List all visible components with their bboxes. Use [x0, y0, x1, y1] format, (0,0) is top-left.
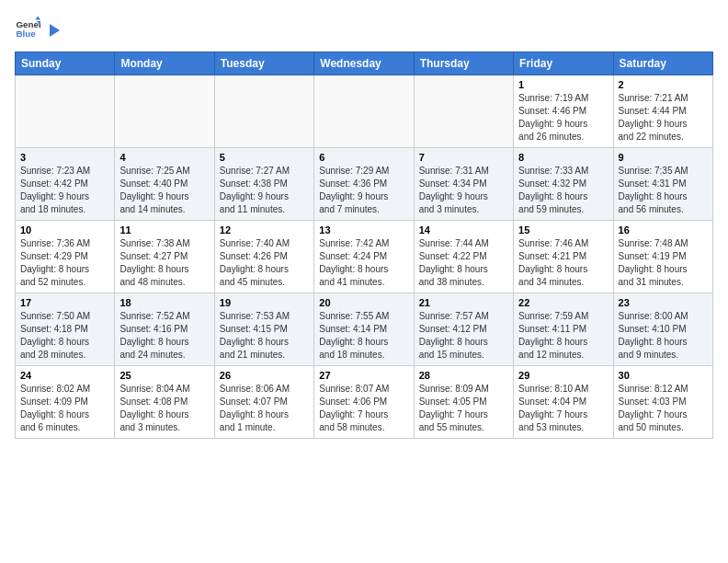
day-number: 4: [119, 152, 209, 163]
calendar-cell: 1Sunrise: 7:19 AM Sunset: 4:46 PM Daylig…: [514, 75, 613, 148]
day-info: Sunrise: 8:12 AM Sunset: 4:03 PM Dayligh…: [619, 383, 708, 434]
day-info: Sunrise: 7:40 AM Sunset: 4:26 PM Dayligh…: [220, 237, 309, 289]
day-info: Sunrise: 7:46 AM Sunset: 4:21 PM Dayligh…: [518, 237, 608, 289]
day-number: 3: [20, 152, 109, 163]
calendar-cell: 20Sunrise: 7:55 AM Sunset: 4:14 PM Dayli…: [314, 293, 414, 366]
day-info: Sunrise: 8:07 AM Sunset: 4:06 PM Dayligh…: [319, 383, 408, 434]
day-number: 20: [319, 297, 408, 308]
calendar-cell: 30Sunrise: 8:12 AM Sunset: 4:03 PM Dayli…: [613, 366, 712, 439]
calendar-row-5: 24Sunrise: 8:02 AM Sunset: 4:09 PM Dayli…: [16, 366, 713, 439]
day-info: Sunrise: 7:27 AM Sunset: 4:38 PM Dayligh…: [220, 165, 309, 216]
calendar-cell: 8Sunrise: 7:33 AM Sunset: 4:32 PM Daylig…: [514, 148, 613, 221]
calendar-cell: 16Sunrise: 7:48 AM Sunset: 4:19 PM Dayli…: [613, 221, 712, 293]
weekday-header-tuesday: Tuesday: [214, 52, 313, 75]
calendar-page: General Blue SundayMondayT: [0, 0, 728, 563]
day-info: Sunrise: 8:09 AM Sunset: 4:05 PM Dayligh…: [419, 383, 508, 434]
day-info: Sunrise: 7:36 AM Sunset: 4:29 PM Dayligh…: [20, 237, 109, 289]
calendar-cell: 12Sunrise: 7:40 AM Sunset: 4:26 PM Dayli…: [214, 221, 313, 293]
day-number: 23: [619, 297, 708, 308]
day-number: 21: [419, 297, 508, 308]
calendar-cell: 24Sunrise: 8:02 AM Sunset: 4:09 PM Dayli…: [16, 366, 115, 439]
calendar-cell: 3Sunrise: 7:23 AM Sunset: 4:42 PM Daylig…: [16, 148, 115, 221]
calendar-cell: 13Sunrise: 7:42 AM Sunset: 4:24 PM Dayli…: [314, 221, 414, 293]
weekday-header-wednesday: Wednesday: [314, 52, 414, 75]
day-number: 14: [419, 224, 508, 236]
calendar-cell: 29Sunrise: 8:10 AM Sunset: 4:04 PM Dayli…: [514, 366, 613, 439]
calendar-cell: [414, 75, 513, 148]
calendar-cell: 11Sunrise: 7:38 AM Sunset: 4:27 PM Dayli…: [115, 221, 214, 293]
day-number: 24: [20, 370, 109, 381]
calendar-cell: 28Sunrise: 8:09 AM Sunset: 4:05 PM Dayli…: [414, 366, 513, 439]
day-number: 17: [20, 297, 109, 308]
day-info: Sunrise: 7:19 AM Sunset: 4:46 PM Dayligh…: [518, 92, 608, 144]
day-number: 28: [419, 370, 508, 381]
calendar-row-2: 3Sunrise: 7:23 AM Sunset: 4:42 PM Daylig…: [16, 148, 713, 221]
calendar-cell: 22Sunrise: 7:59 AM Sunset: 4:11 PM Dayli…: [514, 293, 613, 366]
day-info: Sunrise: 7:31 AM Sunset: 4:34 PM Dayligh…: [419, 165, 508, 216]
calendar-cell: 23Sunrise: 8:00 AM Sunset: 4:10 PM Dayli…: [613, 293, 712, 366]
day-info: Sunrise: 7:52 AM Sunset: 4:16 PM Dayligh…: [119, 310, 209, 362]
day-number: 26: [220, 370, 309, 381]
day-number: 7: [419, 152, 508, 163]
day-info: Sunrise: 7:38 AM Sunset: 4:27 PM Dayligh…: [119, 237, 209, 289]
calendar-table: SundayMondayTuesdayWednesdayThursdayFrid…: [15, 52, 713, 439]
day-info: Sunrise: 7:59 AM Sunset: 4:11 PM Dayligh…: [518, 310, 608, 362]
day-info: Sunrise: 7:33 AM Sunset: 4:32 PM Dayligh…: [518, 165, 608, 216]
header: General Blue: [15, 15, 713, 40]
day-info: Sunrise: 8:02 AM Sunset: 4:09 PM Dayligh…: [20, 383, 109, 434]
day-number: 15: [518, 224, 608, 236]
day-number: 8: [518, 152, 608, 163]
day-number: 1: [518, 79, 608, 90]
day-number: 5: [220, 152, 309, 163]
calendar-cell: 6Sunrise: 7:29 AM Sunset: 4:36 PM Daylig…: [314, 148, 414, 221]
calendar-cell: 14Sunrise: 7:44 AM Sunset: 4:22 PM Dayli…: [414, 221, 513, 293]
day-info: Sunrise: 8:10 AM Sunset: 4:04 PM Dayligh…: [518, 383, 608, 434]
calendar-cell: 9Sunrise: 7:35 AM Sunset: 4:31 PM Daylig…: [613, 148, 712, 221]
day-number: 22: [518, 297, 608, 308]
day-number: 2: [619, 79, 708, 90]
weekday-header-sunday: Sunday: [16, 52, 115, 75]
calendar-cell: 4Sunrise: 7:25 AM Sunset: 4:40 PM Daylig…: [115, 148, 214, 221]
day-info: Sunrise: 7:50 AM Sunset: 4:18 PM Dayligh…: [20, 310, 109, 362]
day-info: Sunrise: 8:06 AM Sunset: 4:07 PM Dayligh…: [220, 383, 309, 434]
calendar-cell: 21Sunrise: 7:57 AM Sunset: 4:12 PM Dayli…: [414, 293, 513, 366]
logo: General Blue: [15, 15, 63, 40]
calendar-cell: 7Sunrise: 7:31 AM Sunset: 4:34 PM Daylig…: [414, 148, 513, 221]
day-number: 13: [319, 224, 408, 236]
calendar-cell: 27Sunrise: 8:07 AM Sunset: 4:06 PM Dayli…: [314, 366, 414, 439]
calendar-cell: 25Sunrise: 8:04 AM Sunset: 4:08 PM Dayli…: [115, 366, 214, 439]
day-info: Sunrise: 7:35 AM Sunset: 4:31 PM Dayligh…: [619, 165, 708, 216]
day-info: Sunrise: 7:55 AM Sunset: 4:14 PM Dayligh…: [319, 310, 408, 362]
calendar-row-3: 10Sunrise: 7:36 AM Sunset: 4:29 PM Dayli…: [16, 221, 713, 293]
day-info: Sunrise: 8:04 AM Sunset: 4:08 PM Dayligh…: [119, 383, 209, 434]
day-info: Sunrise: 7:53 AM Sunset: 4:15 PM Dayligh…: [220, 310, 309, 362]
weekday-header-thursday: Thursday: [414, 52, 513, 75]
calendar-cell: 26Sunrise: 8:06 AM Sunset: 4:07 PM Dayli…: [214, 366, 313, 439]
calendar-cell: 17Sunrise: 7:50 AM Sunset: 4:18 PM Dayli…: [16, 293, 115, 366]
day-info: Sunrise: 7:21 AM Sunset: 4:44 PM Dayligh…: [619, 92, 708, 144]
day-info: Sunrise: 7:57 AM Sunset: 4:12 PM Dayligh…: [419, 310, 508, 362]
calendar-cell: [115, 75, 214, 148]
calendar-cell: [16, 75, 115, 148]
weekday-header-saturday: Saturday: [613, 52, 712, 75]
day-number: 10: [20, 224, 109, 236]
day-number: 18: [119, 297, 209, 308]
day-number: 9: [619, 152, 708, 163]
day-number: 11: [119, 224, 209, 236]
day-number: 25: [119, 370, 209, 381]
calendar-cell: 2Sunrise: 7:21 AM Sunset: 4:44 PM Daylig…: [613, 75, 712, 148]
weekday-header-friday: Friday: [514, 52, 613, 75]
calendar-row-1: 1Sunrise: 7:19 AM Sunset: 4:46 PM Daylig…: [16, 75, 713, 148]
day-number: 29: [518, 370, 608, 381]
calendar-cell: 18Sunrise: 7:52 AM Sunset: 4:16 PM Dayli…: [115, 293, 214, 366]
weekday-header-row: SundayMondayTuesdayWednesdayThursdayFrid…: [16, 52, 713, 75]
calendar-row-4: 17Sunrise: 7:50 AM Sunset: 4:18 PM Dayli…: [16, 293, 713, 366]
logo-chevron-icon: [45, 22, 62, 39]
day-info: Sunrise: 7:44 AM Sunset: 4:22 PM Dayligh…: [419, 237, 508, 289]
calendar-cell: 19Sunrise: 7:53 AM Sunset: 4:15 PM Dayli…: [214, 293, 313, 366]
day-number: 12: [220, 224, 309, 236]
svg-text:Blue: Blue: [16, 29, 36, 39]
day-number: 6: [319, 152, 408, 163]
weekday-header-monday: Monday: [115, 52, 214, 75]
day-info: Sunrise: 7:48 AM Sunset: 4:19 PM Dayligh…: [619, 237, 708, 289]
